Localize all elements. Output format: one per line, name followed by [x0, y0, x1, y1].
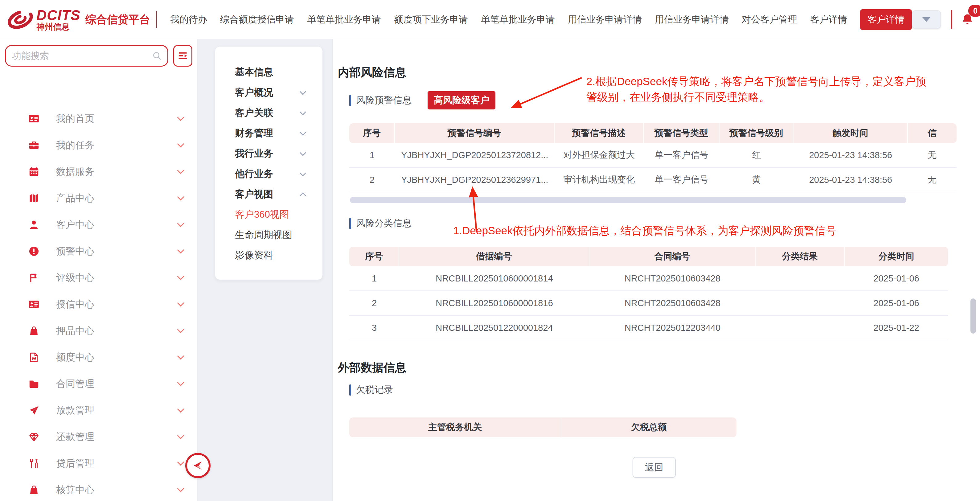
- sidebar-item-label: 授信中心: [56, 298, 178, 311]
- nav-tab[interactable]: 用信业务申请详情: [568, 13, 642, 26]
- table-row: 2YJBHYJXH_DGP20250123629971...审计机构出现变化单一…: [349, 168, 956, 192]
- left-sidebar: 我的首页 我的任务 数据服务 产品中心: [0, 39, 197, 501]
- submenu-item[interactable]: 财务管理: [215, 123, 323, 143]
- sidebar-item-icon: [29, 431, 40, 442]
- chevron-down-icon: [177, 326, 185, 333]
- brand-name: DCITS: [37, 8, 80, 22]
- table-cell: 单一客户信号: [644, 143, 719, 168]
- external-data-title: 外部数据信息: [338, 360, 406, 375]
- sidebar-item-label: 核算中心: [56, 484, 178, 496]
- sidebar-item-label: 产品中心: [56, 192, 178, 205]
- column-header: 信: [908, 123, 956, 143]
- sidebar-item-label: 放款管理: [56, 404, 178, 417]
- sidebar-menu-item[interactable]: 押品中心: [0, 318, 197, 344]
- column-header: 分类结果: [756, 247, 845, 266]
- chevron-down-icon: [177, 247, 185, 254]
- nav-tab[interactable]: 我的待办: [170, 13, 207, 26]
- sidebar-item-icon: [29, 378, 40, 390]
- nav-tab-active[interactable]: 客户详情: [860, 9, 912, 30]
- notification-count-badge: 0: [968, 5, 980, 17]
- sidebar-menu-item[interactable]: 评级中心: [0, 264, 197, 291]
- submenu-item[interactable]: 他行业务: [215, 164, 323, 184]
- column-header: 欠税总额: [562, 417, 737, 437]
- table-cell: NRCBILL2025010600001814: [399, 266, 589, 291]
- sidebar-menu-item[interactable]: 我的任务: [0, 132, 197, 159]
- table-row: 2NRCBILL2025010600001816NRCHT20250106034…: [349, 291, 948, 316]
- column-header: 序号: [349, 123, 395, 143]
- sidebar-item-icon: [29, 272, 40, 283]
- column-header: 借据编号: [399, 247, 589, 266]
- header-divider: [951, 10, 952, 29]
- submenu-item-label: 他行业务: [235, 167, 273, 180]
- nav-tab[interactable]: 单笔单批业务申请: [481, 13, 555, 26]
- sidebar-menu-item[interactable]: 产品中心: [0, 185, 197, 212]
- submenu-item[interactable]: 客户概况: [215, 82, 323, 103]
- vertical-scrollbar[interactable]: [970, 299, 976, 334]
- sidebar-menu-item[interactable]: 还款管理: [0, 424, 197, 450]
- table-cell: 2025-01-06: [845, 266, 948, 291]
- sidebar-item-icon: [29, 458, 40, 469]
- sidebar-menu-item[interactable]: 预警中心: [0, 238, 197, 264]
- tabs-dropdown-button[interactable]: [912, 11, 941, 29]
- menu-unfold-icon: [177, 50, 188, 61]
- table-cell: 2025-01-22: [845, 316, 948, 340]
- column-header: 合同编号: [589, 247, 756, 266]
- notifications-button[interactable]: 0: [961, 13, 974, 26]
- nav-tab[interactable]: 综合额度授信申请: [220, 13, 294, 26]
- table-cell: 对外担保金额过大: [555, 143, 644, 168]
- sidebar-menu-item[interactable]: 数据服务: [0, 159, 197, 185]
- chevron-icon: [300, 192, 306, 199]
- sidebar-item-icon: [29, 405, 40, 416]
- submenu-item[interactable]: 客户视图: [215, 184, 323, 204]
- chevron-down-icon: [177, 485, 185, 492]
- submenu-item[interactable]: 影像资料: [215, 245, 323, 266]
- chevron-down-icon: [177, 141, 185, 148]
- sidebar-menu-item[interactable]: 贷后管理: [0, 450, 197, 477]
- nav-tab[interactable]: 用信业务申请详情: [655, 13, 729, 26]
- sidebar-item-label: 我的任务: [56, 139, 178, 152]
- nav-tab[interactable]: 对公客户管理: [742, 13, 797, 26]
- table-cell: [756, 316, 845, 340]
- column-header: 预警信号类型: [644, 123, 719, 143]
- dcits-swirl-icon: [6, 7, 35, 32]
- search-input[interactable]: [11, 50, 152, 61]
- chevron-down-icon: [177, 167, 185, 174]
- submenu-item[interactable]: 客户关联: [215, 103, 323, 123]
- nav-tab[interactable]: 客户详情: [810, 13, 847, 26]
- chevron-down-icon: [177, 459, 185, 466]
- sidebar-menu-item[interactable]: 客户中心: [0, 212, 197, 238]
- submenu-item[interactable]: 客户360视图: [215, 204, 323, 225]
- sidebar-item-label: 预警中心: [56, 245, 178, 258]
- sidebar-collapse-button[interactable]: [185, 453, 210, 478]
- submenu-item[interactable]: 基本信息: [215, 62, 323, 82]
- sidebar-item-icon: [29, 113, 40, 124]
- nav-tab[interactable]: 额度项下业务申请: [394, 13, 468, 26]
- sidebar-item-icon: [29, 246, 40, 257]
- column-header: 分类时间: [845, 247, 948, 266]
- sidebar-menu-item[interactable]: 核算中心: [0, 477, 197, 501]
- credit-platform-page: { "brand": {"dcits": "DCITS", "company":…: [0, 0, 980, 501]
- menu-toggle-button[interactable]: [173, 45, 192, 67]
- sidebar-menu-item[interactable]: 合同管理: [0, 371, 197, 397]
- chevron-down-icon: [177, 220, 185, 227]
- table-row: 1YJBHYJXH_DGP20250123720812...对外担保金额过大单一…: [349, 143, 956, 168]
- brand-logo: DCITS 神州信息 综合信贷平台: [0, 7, 157, 32]
- sidebar-menu-item[interactable]: 放款管理: [0, 397, 197, 424]
- chevron-down-icon: [177, 379, 185, 386]
- annotation-arrow-2: [507, 73, 587, 113]
- submenu-item-label: 客户视图: [235, 188, 273, 201]
- sidebar-menu-item[interactable]: 额度中心: [0, 344, 197, 371]
- sidebar-menu-item[interactable]: 授信中心: [0, 291, 197, 318]
- risk-classify-label: 风险分类信息: [356, 217, 412, 230]
- horizontal-scrollbar[interactable]: [350, 197, 906, 203]
- submenu-item[interactable]: 我行业务: [215, 143, 323, 164]
- submenu-item[interactable]: 生命周期视图: [215, 225, 323, 245]
- sidebar-menu-item[interactable]: 我的首页: [0, 105, 197, 132]
- back-button[interactable]: 返回: [633, 457, 676, 478]
- customer-view-submenu: 基本信息 客户概况 客户关联 财务管理 我行业务: [215, 46, 323, 280]
- nav-tab[interactable]: 单笔单批业务申请: [307, 13, 381, 26]
- sidebar-item-label: 数据服务: [56, 165, 178, 178]
- submenu-item-label: 生命周期视图: [235, 229, 292, 242]
- collapse-arrow-icon: [192, 460, 204, 472]
- sidebar-item-icon: [29, 193, 40, 204]
